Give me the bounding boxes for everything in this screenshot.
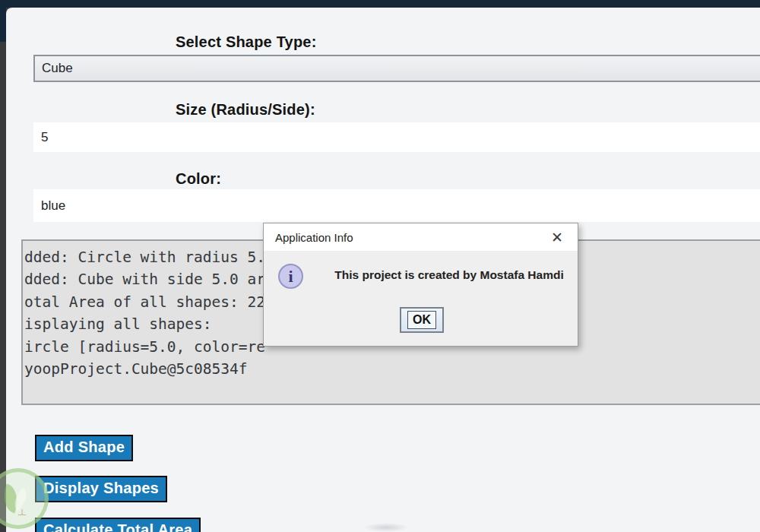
size-input-value: 5: [41, 130, 48, 145]
size-label: Size (Radius/Side):: [176, 101, 315, 119]
color-input-value: blue: [41, 198, 65, 214]
ok-button[interactable]: OK: [400, 307, 444, 333]
size-input[interactable]: 5: [33, 122, 760, 152]
close-icon[interactable]: ✕: [547, 227, 567, 247]
dialog-titlebar[interactable]: Application Info ✕: [264, 223, 578, 251]
window-left-frame-bottom: [0, 42, 6, 532]
calculate-total-area-button[interactable]: Calculate Total Area: [35, 518, 201, 532]
shape-type-combobox[interactable]: Cube: [33, 55, 760, 82]
output-line: yoopProject.Cube@5c08534f: [24, 358, 760, 380]
display-shapes-button[interactable]: Display Shapes: [35, 476, 167, 502]
add-shape-button[interactable]: Add Shape: [35, 435, 133, 461]
color-input[interactable]: blue: [33, 189, 760, 222]
window-top-frame: [0, 0, 760, 8]
dialog-title: Application Info: [264, 231, 353, 244]
window-left-frame-top: [0, 0, 6, 42]
shape-type-selected-value: Cube: [42, 61, 73, 76]
info-icon: i: [278, 264, 303, 289]
color-label: Color:: [176, 170, 221, 188]
ok-button-label: OK: [407, 311, 436, 329]
application-info-dialog: Application Info ✕ i This project is cre…: [263, 223, 578, 347]
dialog-message: This project is created by Mostafa Hamdi: [325, 268, 574, 282]
shape-type-label: Select Shape Type:: [176, 33, 317, 51]
